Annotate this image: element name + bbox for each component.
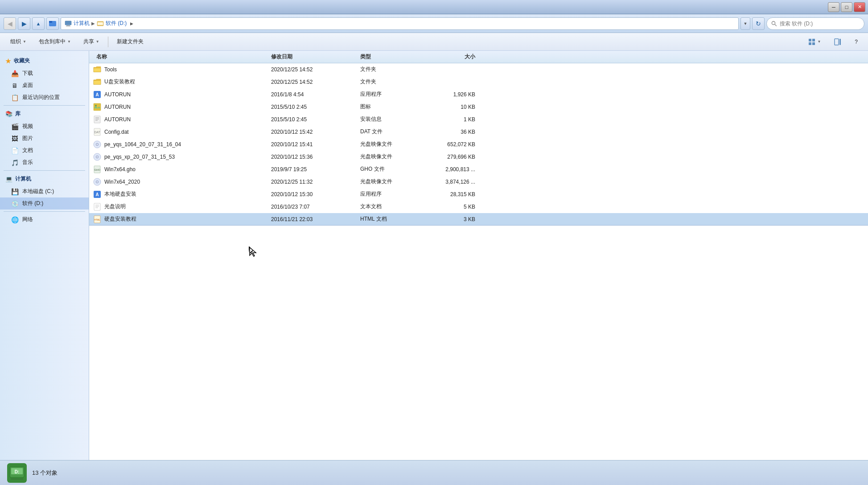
help-label: ? (855, 39, 858, 45)
maximize-button[interactable]: □ (841, 2, 852, 12)
file-date: 2016/11/21 22:03 (271, 216, 360, 222)
table-row[interactable]: Tools 2020/12/25 14:52 文件夹 (89, 63, 868, 76)
table-row[interactable]: AUTORUN 2015/5/10 2:45 图标 10 KB (89, 101, 868, 113)
view-button[interactable]: ▼ (802, 35, 827, 49)
file-date: 2020/10/12 15:30 (271, 191, 360, 197)
sidebar-item-doc[interactable]: 📄 文档 (0, 144, 89, 156)
table-row[interactable]: 光盘说明 2016/10/23 7:07 文本文档 5 KB (89, 201, 868, 213)
col-type-header[interactable]: 类型 (360, 53, 427, 61)
col-date-header[interactable]: 修改日期 (271, 53, 360, 61)
sidebar-favorites-header[interactable]: ★ 收藏夹 (0, 54, 89, 67)
minimize-button[interactable]: ─ (828, 2, 839, 12)
refresh-button[interactable]: ↻ (752, 17, 765, 30)
svg-rect-17 (94, 103, 101, 111)
svg-rect-19 (94, 116, 100, 123)
sidebar-item-music[interactable]: 🎵 音乐 (0, 156, 89, 169)
breadcrumb-bar[interactable]: 计算机 ▶ 软件 (D:) ▶ (61, 17, 739, 30)
sidebar-library-label: 库 (15, 110, 21, 118)
address-dropdown[interactable]: ▼ (740, 17, 750, 30)
table-row[interactable]: HTML 硬盘安装教程 2016/11/21 22:03 HTML 文档 3 K… (89, 213, 868, 226)
file-name-cell: DAT Config.dat (93, 127, 271, 136)
file-type: 文件夹 (360, 66, 427, 73)
file-name-cell: Win7x64_2020 (93, 177, 271, 186)
picture-icon: 🖼 (11, 135, 19, 142)
drive-icon (97, 20, 104, 27)
svg-text:HTML: HTML (94, 218, 100, 221)
file-type-icon (93, 177, 102, 186)
file-name: U盘安装教程 (104, 78, 135, 86)
new-folder-label: 新建文件夹 (117, 38, 144, 45)
table-row[interactable]: U盘安装教程 2020/12/25 14:52 文件夹 (89, 76, 868, 88)
sidebar-item-recent[interactable]: 📋 最近访问的位置 (0, 91, 89, 103)
table-row[interactable]: pe_yqs_1064_20_07_31_16_04 2020/10/12 15… (89, 138, 868, 151)
doc-icon: 📄 (11, 147, 19, 154)
file-date: 2020/10/12 15:42 (271, 129, 360, 135)
file-type-icon (93, 103, 102, 111)
music-icon: 🎵 (11, 159, 19, 166)
search-bar[interactable] (766, 17, 864, 30)
forward-button[interactable]: ▶ (18, 17, 30, 30)
file-area: 名称 修改日期 类型 大小 Tools 2020/12/25 14:52 文件夹… (89, 51, 868, 460)
sidebar-item-d-drive[interactable]: 💿 软件 (D:) (0, 197, 89, 210)
back-button[interactable]: ◀ (4, 17, 16, 30)
sidebar-item-desktop[interactable]: 🖥 桌面 (0, 79, 89, 91)
file-date: 2020/12/25 14:52 (271, 66, 360, 73)
include-button[interactable]: 包含到库中 ▼ (33, 35, 77, 49)
table-row[interactable]: pe_yqs_xp_20_07_31_15_53 2020/10/12 15:3… (89, 151, 868, 163)
sidebar: ★ 收藏夹 📥 下载 🖥 桌面 📋 最近访问的位置 📚 库 (0, 51, 89, 460)
sidebar-computer-header[interactable]: 💻 计算机 (0, 173, 89, 185)
file-size: 3 KB (427, 216, 481, 222)
share-button[interactable]: 共享 ▼ (78, 35, 105, 49)
svg-rect-10 (812, 39, 815, 41)
svg-text:A: A (95, 192, 99, 197)
file-type-icon: DAT (93, 127, 102, 136)
sidebar-item-c-drive[interactable]: 💾 本地磁盘 (C:) (0, 185, 89, 197)
file-name-cell: A AUTORUN (93, 90, 271, 99)
computer-nav-icon: 💻 (5, 176, 12, 182)
file-date: 2019/9/7 19:25 (271, 166, 360, 173)
help-button[interactable]: ? (849, 35, 864, 49)
col-name-header[interactable]: 名称 (93, 53, 271, 61)
file-name-cell: pe_yqs_1064_20_07_31_16_04 (93, 140, 271, 149)
file-name-cell: AUTORUN (93, 103, 271, 111)
file-name-cell: GHO Win7x64.gho (93, 165, 271, 174)
sidebar-item-network[interactable]: 🌐 网络 (0, 214, 89, 226)
table-row[interactable]: DAT Config.dat 2020/10/12 15:42 DAT 文件 3… (89, 126, 868, 138)
preview-icon (834, 38, 841, 45)
file-type: HTML 文档 (360, 215, 427, 223)
sidebar-item-picture[interactable]: 🖼 图片 (0, 132, 89, 144)
file-name: 硬盘安装教程 (104, 215, 136, 223)
sidebar-divider1 (4, 105, 85, 106)
file-type: 光盘映像文件 (360, 140, 427, 148)
table-row[interactable]: AUTORUN 2015/5/10 2:45 安装信息 1 KB (89, 113, 868, 126)
svg-rect-1 (49, 21, 52, 23)
col-size-header[interactable]: 大小 (427, 53, 481, 61)
organize-arrow: ▼ (23, 40, 26, 44)
table-row[interactable]: GHO Win7x64.gho 2019/9/7 19:25 GHO 文件 2,… (89, 163, 868, 176)
close-button[interactable]: ✕ (854, 2, 865, 12)
sidebar-computer-section: 💻 计算机 💾 本地磁盘 (C:) 💿 软件 (D:) (0, 173, 89, 210)
file-size: 36 KB (427, 129, 481, 135)
breadcrumb-dropdown-arrow[interactable]: ▶ (128, 21, 135, 27)
sidebar-favorites-section: ★ 收藏夹 📥 下载 🖥 桌面 📋 最近访问的位置 (0, 54, 89, 103)
file-date: 2015/5/10 2:45 (271, 104, 360, 110)
sidebar-library-header[interactable]: 📚 库 (0, 107, 89, 120)
table-row[interactable]: Win7x64_2020 2020/12/25 11:32 光盘映像文件 3,8… (89, 176, 868, 188)
search-input[interactable] (780, 21, 860, 27)
new-folder-button[interactable]: 新建文件夹 (111, 35, 149, 49)
organize-button[interactable]: 组织 ▼ (4, 35, 32, 49)
search-icon (771, 21, 777, 27)
computer-icon (65, 20, 72, 27)
up-button[interactable]: ▲ (32, 17, 45, 30)
breadcrumb-drive[interactable]: 软件 (D:) (97, 20, 127, 27)
sidebar-video-label: 视频 (22, 123, 33, 130)
location-icon-button[interactable] (46, 17, 59, 30)
preview-button[interactable] (828, 35, 847, 49)
table-row[interactable]: A AUTORUN 2016/1/8 4:54 应用程序 1,926 KB (89, 88, 868, 101)
sidebar-item-downloads[interactable]: 📥 下载 (0, 67, 89, 79)
file-size: 1,926 KB (427, 91, 481, 98)
file-type: 光盘映像文件 (360, 178, 427, 185)
sidebar-item-video[interactable]: 🎬 视频 (0, 120, 89, 132)
table-row[interactable]: A 本地硬盘安装 2020/10/12 15:30 应用程序 28,315 KB (89, 188, 868, 201)
breadcrumb-computer[interactable]: 计算机 (65, 20, 90, 27)
